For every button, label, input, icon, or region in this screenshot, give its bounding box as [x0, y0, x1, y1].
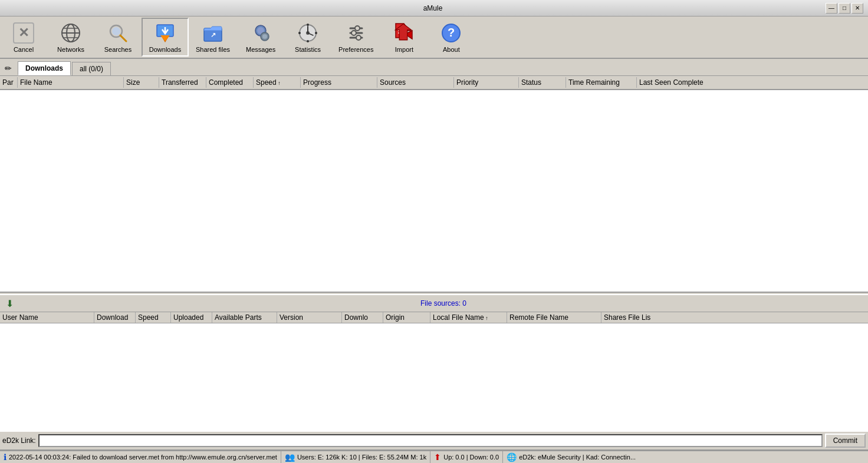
- svg-point-30: [351, 31, 356, 35]
- sources-table-body: [0, 323, 868, 431]
- question-icon: ?: [439, 21, 463, 45]
- cancel-icon: ✕: [12, 21, 35, 45]
- col-header-sources[interactable]: Sources: [377, 77, 454, 88]
- titlebar: aMule — □ ✕: [0, 0, 868, 16]
- sources-title: File sources: 0: [21, 299, 866, 307]
- sources-col-header-sharesfilelist[interactable]: Shares File Lis: [601, 312, 868, 323]
- ed2k-label: eD2k Link:: [2, 436, 36, 445]
- sources-col-header-localfilename[interactable]: Local File Name: [430, 312, 507, 323]
- toolbar-btn-cancel[interactable]: ✕ Cancel: [0, 18, 47, 57]
- clock-icon: [296, 21, 320, 45]
- toolbar-btn-shared_files[interactable]: ↗ Shared files: [189, 18, 237, 57]
- downloads-area: ParFile NameSizeTransferredCompletedSpee…: [0, 76, 868, 292]
- toolbar-btn-downloads[interactable]: Downloads: [142, 18, 189, 57]
- sources-area: ⬇ File sources: 0 User NameDownloadSpeed…: [0, 295, 868, 431]
- bottom-bar: eD2k Link: Commit: [0, 431, 868, 450]
- svg-point-24: [298, 32, 301, 34]
- download-icon: [153, 21, 177, 45]
- toolbar-btn-preferences[interactable]: Preferences: [331, 18, 380, 57]
- downloads-table-header: ParFile NameSizeTransferredCompletedSpee…: [0, 76, 868, 90]
- svg-text:↗: ↗: [211, 31, 216, 38]
- toolbar-btn-messages[interactable]: Messages: [237, 18, 284, 57]
- window-controls[interactable]: — □ ✕: [826, 3, 863, 14]
- col-header-speed[interactable]: Speed: [254, 77, 301, 88]
- updown-status-text: Up: 0.0 | Down: 0.0: [443, 454, 499, 461]
- toolbar-label-shared_files: Shared files: [196, 46, 230, 53]
- col-header-lastseencomplete[interactable]: Last Seen Complete: [637, 77, 868, 88]
- minimize-button[interactable]: —: [826, 3, 837, 14]
- col-header-priority[interactable]: Priority: [454, 77, 519, 88]
- statusbar-users: 👥Users: E: 126k K: 10 | Files: E: 55.24M…: [281, 451, 430, 463]
- updown-status-icon: ⬆: [434, 452, 441, 462]
- col-header-completed[interactable]: Completed: [206, 77, 254, 88]
- import-icon: [392, 21, 416, 45]
- svg-text:?: ?: [448, 26, 455, 39]
- statusbar-log: ℹ2022-05-14 00:03:24: Failed to download…: [0, 451, 281, 463]
- person-icon: [249, 21, 272, 45]
- ed2k_status-status-text: eD2k: eMule Security | Kad: Connectin...: [519, 454, 636, 461]
- restore-button[interactable]: □: [839, 3, 850, 14]
- edit-icon: ✏: [2, 62, 14, 74]
- sources-col-header-version[interactable]: Version: [277, 312, 342, 323]
- svg-point-29: [355, 26, 360, 31]
- toolbar-label-preferences: Preferences: [338, 46, 373, 53]
- svg-point-25: [315, 32, 317, 34]
- svg-marker-10: [160, 35, 170, 41]
- toolbar-label-about: About: [443, 46, 460, 53]
- sources-col-header-uploaded[interactable]: Uploaded: [171, 312, 212, 323]
- toolbar-btn-import[interactable]: Import: [380, 18, 428, 57]
- svg-point-22: [307, 24, 309, 26]
- sources-col-header-origin[interactable]: Origin: [383, 312, 430, 323]
- sources-col-header-remotefilename[interactable]: Remote File Name: [507, 312, 601, 323]
- col-header-size[interactable]: Size: [124, 77, 159, 88]
- statusbar-ed2k_status: 🌐eD2k: eMule Security | Kad: Connectin..…: [503, 451, 868, 463]
- toolbar-btn-networks[interactable]: Networks: [47, 18, 94, 57]
- col-header-timeremaining[interactable]: Time Remaining: [566, 77, 637, 88]
- users-status-icon: 👥: [285, 452, 295, 462]
- downloads-table-body: [0, 90, 868, 292]
- toolbar-label-downloads: Downloads: [149, 46, 181, 53]
- statusbar: ℹ2022-05-14 00:03:24: Failed to download…: [0, 450, 868, 463]
- tab-downloads[interactable]: Downloads: [18, 61, 71, 75]
- col-header-par[interactable]: Par: [0, 77, 18, 88]
- col-header-filename[interactable]: File Name: [18, 77, 124, 88]
- toolbar-label-searches: Searches: [104, 46, 131, 53]
- sources-header: ⬇ File sources: 0: [0, 295, 868, 312]
- svg-line-7: [120, 35, 126, 41]
- col-header-progress[interactable]: Progress: [301, 77, 377, 88]
- toolbar-btn-statistics[interactable]: Statistics: [284, 18, 331, 57]
- sources-col-header-speed[interactable]: Speed: [136, 312, 171, 323]
- toolbar: ✕ Cancel Networks Searches Downloads ↗ S…: [0, 16, 868, 59]
- svg-point-23: [307, 40, 309, 42]
- users-status-text: Users: E: 126k K: 10 | Files: E: 55.24M …: [297, 454, 426, 461]
- toolbar-label-networks: Networks: [57, 46, 84, 53]
- toolbar-label-statistics: Statistics: [295, 46, 321, 53]
- sources-col-header-download[interactable]: Download: [94, 312, 136, 323]
- globe-icon: [59, 21, 83, 45]
- sources-col-header-downlo[interactable]: Downlo: [342, 312, 383, 323]
- toolbar-btn-about[interactable]: ? About: [428, 18, 475, 57]
- sources-col-header-availparts[interactable]: Available Parts: [212, 312, 277, 323]
- search-icon: [106, 21, 130, 45]
- tab-all[interactable]: all (0/0): [72, 62, 111, 75]
- commit-button[interactable]: Commit: [825, 434, 866, 448]
- sources-col-header-username[interactable]: User Name: [0, 312, 94, 323]
- ed2k_status-status-icon: 🌐: [507, 452, 517, 462]
- toolbar-btn-searches[interactable]: Searches: [94, 18, 142, 57]
- folder-icon: ↗: [201, 21, 225, 45]
- log-status-text: 2022-05-14 00:03:24: Failed to download …: [9, 454, 277, 461]
- sources-download-icon: ⬇: [2, 296, 17, 310]
- app-title: aMule: [40, 4, 826, 12]
- close-button[interactable]: ✕: [851, 3, 863, 14]
- toolbar-label-cancel: Cancel: [14, 46, 34, 53]
- col-header-status[interactable]: Status: [519, 77, 566, 88]
- wrench-icon: [344, 21, 368, 45]
- svg-point-31: [356, 35, 361, 40]
- sources-table-header: User NameDownloadSpeedUploadedAvailable …: [0, 312, 868, 323]
- toolbar-label-import: Import: [395, 46, 413, 53]
- ed2k-input[interactable]: [38, 434, 823, 447]
- toolbar-label-messages: Messages: [246, 46, 275, 53]
- col-header-transferred[interactable]: Transferred: [159, 77, 206, 88]
- svg-point-17: [262, 34, 267, 39]
- log-status-icon: ℹ: [4, 452, 6, 462]
